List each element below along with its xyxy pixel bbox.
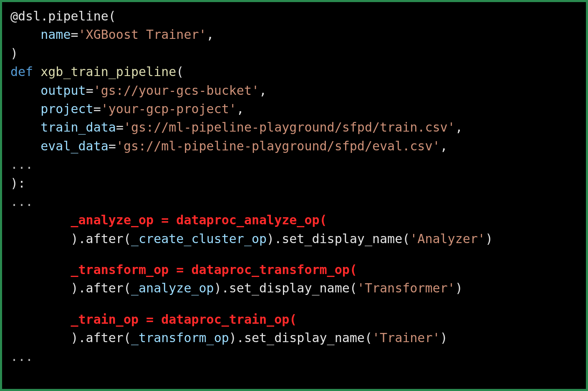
line-4-open: ( [176,64,184,79]
line-15-str: 'Transformer' [357,281,455,295]
line-7-eq: = [116,120,124,135]
line-16-highlight: _train_op = dataproc_train_op( [71,312,297,327]
line-6-param: project [40,102,93,116]
line-13-b: ).set_display_name( [267,231,410,246]
line-15-a: ).after( [71,281,131,295]
line-11-ellipsis: ... [10,194,33,209]
line-5-eq: = [86,83,93,98]
line-14-indent [10,262,71,277]
line-13-str: 'Analyzer' [410,231,485,246]
line-18-ellipsis: ... [10,349,33,364]
line-4-func: xgb_train_pipeline [40,64,176,79]
line-5-indent [10,83,40,98]
line-7-indent [10,120,40,135]
blank-line-2 [10,298,578,310]
line-7-param: train_data [40,120,116,135]
line-12-indent [10,213,71,227]
line-8-tail: , [440,139,448,153]
line-15-c: ) [455,281,463,295]
line-9-ellipsis: ... [10,157,33,172]
line-6-indent [10,102,40,116]
blank-line-1 [10,248,578,261]
line-13-c: ) [485,231,493,246]
line-17-b: ).set_display_name( [229,330,372,345]
line-15-indent [10,281,71,295]
line-13-indent [10,231,71,246]
line-15-b: ).set_display_name( [214,281,357,295]
line-4-def: def [10,64,33,79]
line-13-a: ).after( [71,231,131,246]
line-15-arg: _analyze_op [131,281,214,295]
line-2-tail: , [207,27,214,42]
line-2-eq: = [71,27,78,42]
line-10-close: ): [10,176,25,190]
line-5-string: 'gs://your-gcs-bucket' [93,83,259,98]
line-6-string: 'your-gcp-project' [101,102,237,116]
line-5-param: output [40,83,86,98]
line-16-indent [10,312,71,327]
line-6-eq: = [93,102,101,116]
code-block: @dsl.pipeline( name='XGBoost Trainer', )… [0,0,588,391]
line-6-tail: , [237,102,244,116]
line-1-decorator: @dsl.pipeline( [10,9,116,23]
line-3-close: ) [10,46,18,61]
line-2-indent [10,27,40,42]
line-8-indent [10,139,40,153]
line-17-str: 'Trainer' [372,330,440,345]
line-17-arg: _transform_op [131,330,229,345]
line-7-string: 'gs://ml-pipeline-playground/sfpd/train.… [124,120,455,135]
line-7-tail: , [455,120,463,135]
line-17-a: ).after( [71,330,131,345]
line-8-string: 'gs://ml-pipeline-playground/sfpd/eval.c… [116,139,440,153]
line-5-tail: , [259,83,267,98]
line-8-eq: = [109,139,116,153]
line-12-highlight: _analyze_op = dataproc_analyze_op( [71,213,327,227]
line-14-highlight: _transform_op = dataproc_transform_op( [71,262,357,277]
line-2-param: name [40,27,71,42]
line-2-string: 'XGBoost Trainer' [78,27,207,42]
line-8-param: eval_data [40,139,109,153]
line-17-c: ) [440,330,448,345]
line-17-indent [10,330,71,345]
line-13-arg: _create_cluster_op [131,231,267,246]
line-4-space [33,64,40,79]
